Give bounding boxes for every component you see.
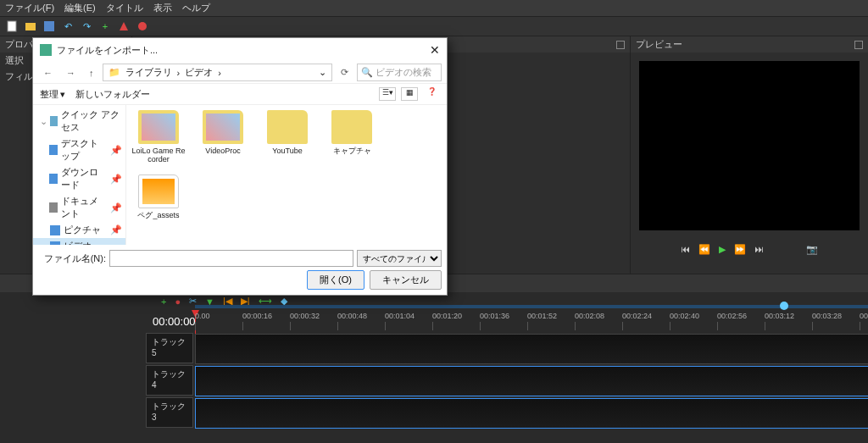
new-icon[interactable] — [5, 19, 19, 33]
playback-controls: ⏮ ⏪ ▶ ⏩ ⏭ 📷 — [631, 239, 868, 260]
file-list: LoiLo Game RecorderVideoProcYouTubeキャプチャ… — [126, 105, 447, 245]
save-icon[interactable] — [42, 19, 56, 33]
view-mode-button[interactable]: ☰▾ — [379, 87, 396, 101]
search-input[interactable]: 🔍 ビデオの検索 — [357, 64, 442, 81]
ruler-tick: 00:02:56 — [717, 310, 765, 334]
timecode[interactable]: 00:00:00,01 — [0, 310, 195, 333]
export-icon[interactable] — [117, 19, 131, 33]
track-label[interactable]: トラック 3 — [146, 397, 193, 428]
track-row[interactable] — [195, 334, 868, 364]
record-icon[interactable] — [136, 19, 149, 33]
undo-icon[interactable]: ↶ — [61, 19, 75, 33]
preview-video — [639, 61, 860, 230]
ruler-tick: 00:03:28 — [812, 310, 860, 334]
file-name: YouTube — [260, 147, 314, 156]
folder-icon — [331, 110, 372, 144]
chevron-down-icon: ▾ — [60, 89, 65, 100]
folder-icon — [267, 110, 308, 144]
record-btn-icon[interactable]: ● — [175, 296, 181, 307]
menu-title[interactable]: タイトル — [106, 2, 143, 14]
svg-rect-1 — [25, 23, 36, 30]
forward-icon[interactable]: ⏩ — [734, 244, 746, 255]
ruler-tick: 00:01:36 — [480, 310, 527, 334]
ruler-tick: 00:00:16 — [242, 310, 290, 334]
folder-icon: 📁 — [108, 67, 120, 78]
new-folder-button[interactable]: 新しいフォルダー — [75, 88, 150, 101]
menu-help[interactable]: ヘルプ — [182, 2, 210, 14]
add-track-icon[interactable]: + — [161, 296, 166, 307]
search-icon: 🔍 — [361, 67, 376, 77]
sidebar-item-quick-access[interactable]: ⌄クイック アクセス — [33, 107, 125, 136]
open-button[interactable]: 開く(O) — [307, 270, 364, 290]
file-name: LoiLo Game Recorder — [131, 147, 186, 164]
chevron-right-icon: › — [177, 68, 181, 78]
app-icon — [40, 44, 52, 56]
play-icon[interactable]: ▶ — [719, 244, 726, 255]
redo-icon[interactable]: ↷ — [80, 19, 93, 33]
panel-toggle-icon[interactable] — [616, 41, 625, 49]
crumb-library[interactable]: ライブラリ — [125, 66, 172, 79]
track-label[interactable]: トラック 4 — [146, 365, 193, 396]
ruler-tick: 00:00:48 — [337, 310, 385, 334]
ruler-tick: 00:01:04 — [385, 310, 432, 334]
menu-edit[interactable]: 編集(E) — [64, 2, 96, 14]
nav-forward-icon[interactable]: → — [61, 66, 81, 80]
sidebar-item-downloads[interactable]: ダウンロード📌 — [33, 164, 125, 193]
chevron-right-icon: › — [218, 68, 221, 78]
skip-start-icon[interactable]: ⏮ — [681, 244, 690, 255]
file-item[interactable]: LoiLo Game Recorder — [131, 110, 186, 164]
file-name: キャプチャ — [325, 147, 379, 156]
svg-rect-2 — [44, 21, 54, 31]
refresh-icon[interactable]: ⟳ — [336, 65, 353, 80]
file-item[interactable]: キャプチャ — [325, 110, 379, 164]
organize-menu[interactable]: 整理 ▾ — [40, 88, 65, 101]
rewind-icon[interactable]: ⏪ — [698, 244, 710, 255]
track-label[interactable]: トラック 5 — [146, 333, 193, 363]
file-item[interactable]: ペグ_assets — [131, 174, 186, 220]
sidebar-item-desktop[interactable]: デスクトップ📌 — [33, 136, 125, 164]
track-row[interactable] — [195, 398, 868, 429]
snapshot-icon[interactable]: 📷 — [806, 244, 818, 255]
skip-end-icon[interactable]: ⏭ — [754, 244, 764, 255]
breadcrumb[interactable]: 📁 ライブラリ › ビデオ › ⌄ — [103, 64, 333, 81]
file-item[interactable]: YouTube — [260, 110, 314, 164]
nav-back-icon[interactable]: ← — [38, 66, 58, 80]
sidebar-item-documents[interactable]: ドキュメント📌 — [33, 193, 125, 222]
ruler-tick: 00:03:44 — [860, 310, 868, 334]
filetype-filter[interactable]: すべてのファイル — [357, 250, 442, 267]
ruler-tick: 00:02:40 — [670, 310, 717, 334]
scrub-handle[interactable] — [780, 302, 788, 310]
sidebar-item-pictures[interactable]: ピクチャ📌 — [33, 222, 125, 238]
open-icon[interactable] — [24, 19, 37, 33]
folder-icon — [203, 110, 243, 144]
dialog-titlebar[interactable]: ファイルをインポート... ✕ — [33, 38, 447, 62]
timeline-ruler[interactable]: 0.0000:00:1600:00:3200:00:4800:01:0400:0… — [195, 310, 868, 334]
import-icon[interactable]: + — [98, 19, 112, 33]
file-name: VideoProc — [196, 147, 250, 156]
chevron-down-icon[interactable]: ⌄ — [319, 67, 326, 78]
crumb-current[interactable]: ビデオ — [185, 66, 213, 79]
svg-rect-0 — [8, 21, 16, 31]
ruler-tick: 00:02:08 — [575, 310, 622, 334]
file-import-dialog: ファイルをインポート... ✕ ← → ↑ 📁 ライブラリ › ビデオ › ⌄ … — [32, 37, 448, 296]
help-icon[interactable]: ❓ — [423, 87, 440, 101]
scrub-bar[interactable] — [195, 305, 868, 308]
filename-input[interactable] — [109, 250, 353, 267]
filename-label: ファイル名(N): — [38, 252, 106, 265]
ruler-tick: 00:02:24 — [622, 310, 670, 334]
menu-view[interactable]: 表示 — [153, 2, 172, 14]
cancel-button[interactable]: キャンセル — [370, 270, 442, 290]
ruler-tick: 00:00:32 — [290, 310, 337, 334]
nav-up-icon[interactable]: ↑ — [84, 66, 99, 80]
menu-file[interactable]: ファイル(F) — [5, 2, 54, 14]
file-name: ペグ_assets — [131, 212, 186, 220]
menu-bar: ファイル(F) 編集(E) タイトル 表示 ヘルプ — [0, 0, 868, 17]
ruler-tick: 00:01:20 — [432, 310, 480, 334]
view-details-button[interactable]: ▦ — [401, 87, 418, 101]
svg-point-3 — [138, 22, 147, 30]
track-row[interactable] — [195, 366, 868, 396]
sidebar-item-videos[interactable]: ビデオ — [33, 238, 125, 245]
panel-toggle-icon[interactable] — [854, 41, 863, 49]
close-icon[interactable]: ✕ — [430, 43, 440, 57]
file-item[interactable]: VideoProc — [196, 110, 250, 164]
